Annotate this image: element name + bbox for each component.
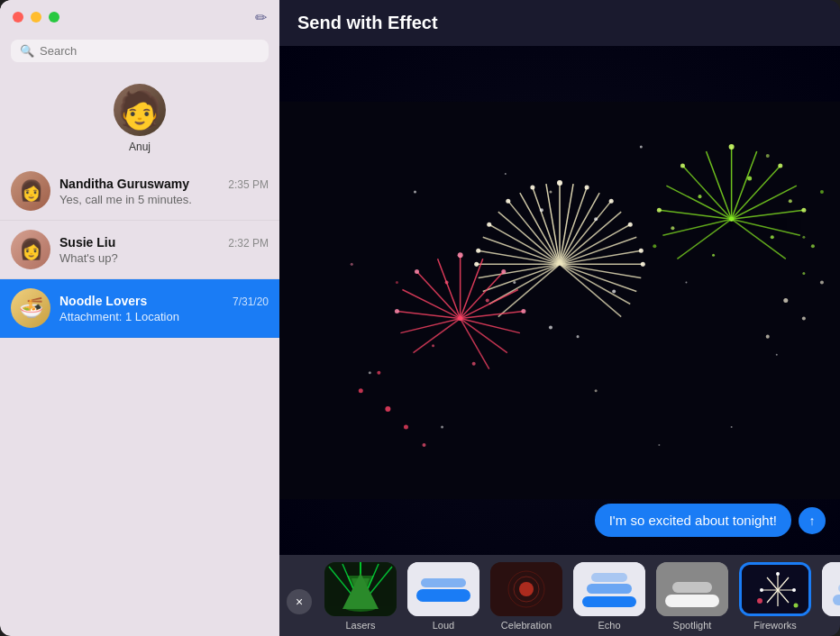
svg-point-119: [802, 317, 806, 321]
conversation-time: 2:32 PM: [228, 237, 269, 250]
avatar: 👩: [11, 171, 50, 211]
svg-point-112: [549, 191, 552, 194]
svg-point-39: [540, 208, 543, 212]
effect-label-loud: Loud: [433, 620, 454, 631]
effect-thumb-spotlight: [656, 562, 728, 616]
minimize-button[interactable]: [31, 12, 41, 23]
svg-rect-0: [279, 102, 840, 499]
compose-button[interactable]: ✏: [255, 9, 267, 26]
svg-point-67: [432, 344, 434, 347]
conversation-item-active[interactable]: 🍜 Noodle Lovers 7/31/20 Attachment: 1 Lo…: [0, 279, 279, 338]
contact-list: 🧑 Anuj 👩 Nanditha Guruswamy 2:35 PM Yes,…: [0, 71, 279, 636]
svg-rect-141: [591, 573, 627, 582]
effect-thumb-loud: [407, 562, 479, 616]
svg-point-91: [712, 254, 715, 257]
avatar: 👩: [11, 230, 50, 269]
svg-point-156: [760, 588, 763, 592]
svg-point-117: [377, 371, 380, 375]
close-effects-button[interactable]: ×: [287, 589, 312, 614]
fireworks-svg: [279, 46, 840, 555]
svg-point-87: [657, 208, 662, 213]
svg-point-43: [549, 326, 552, 330]
svg-point-44: [577, 335, 580, 338]
svg-point-31: [628, 223, 633, 227]
svg-rect-140: [587, 584, 632, 594]
svg-point-103: [776, 354, 778, 356]
conversation-item[interactable]: 👩 Nanditha Guruswamy 2:35 PM Yes, call m…: [0, 162, 279, 221]
effect-item-loud[interactable]: Loud: [402, 562, 485, 631]
svg-point-29: [585, 186, 589, 190]
svg-point-109: [802, 236, 805, 239]
svg-point-60: [458, 252, 463, 258]
svg-point-35: [506, 199, 510, 204]
conversation-preview: What's up?: [59, 251, 269, 265]
effect-item-lasers[interactable]: Lasers: [319, 562, 402, 631]
svg-rect-143: [665, 595, 719, 607]
effect-label-spotlight: Spotlight: [673, 620, 712, 631]
svg-point-61: [501, 269, 506, 274]
search-input[interactable]: [40, 44, 260, 58]
send-button[interactable]: ↑: [799, 507, 826, 534]
svg-point-97: [653, 244, 656, 248]
svg-point-93: [671, 226, 674, 230]
svg-rect-132: [416, 589, 470, 602]
close-button[interactable]: [13, 12, 23, 23]
effect-thumb-fireworks: [739, 562, 811, 616]
svg-point-90: [771, 235, 774, 239]
conversation-item[interactable]: 👩 Susie Liu 2:32 PM What's up?: [0, 221, 279, 279]
svg-point-158: [794, 604, 799, 608]
svg-point-135: [519, 582, 534, 596]
conversation-time: 2:35 PM: [228, 178, 269, 191]
svg-point-118: [783, 298, 788, 303]
conversation-body: Susie Liu 2:32 PM What's up?: [59, 235, 269, 265]
svg-point-36: [487, 223, 491, 227]
svg-point-104: [441, 425, 443, 428]
svg-point-108: [351, 263, 353, 266]
search-icon: 🔍: [20, 44, 34, 58]
effect-thumb-echo: [573, 562, 645, 616]
svg-point-85: [801, 208, 806, 213]
svg-point-86: [680, 164, 685, 168]
svg-point-94: [811, 244, 815, 248]
svg-point-106: [595, 389, 598, 392]
svg-point-155: [792, 588, 796, 592]
effect-item-celebration[interactable]: Celebration: [485, 562, 568, 631]
effect-item-echo[interactable]: Echo: [568, 562, 651, 631]
svg-marker-123: [347, 576, 374, 607]
effect-item-gentle[interactable]: Gentle: [817, 562, 840, 631]
svg-point-32: [639, 249, 644, 253]
conversation-name: Nanditha Guruswamy: [59, 177, 189, 191]
fireworks-area: I'm so excited about tonight! ↑: [279, 46, 840, 555]
effect-label-echo: Echo: [598, 620, 620, 631]
message-bubble-area: I'm so excited about tonight! ↑: [595, 504, 826, 537]
svg-point-101: [685, 281, 687, 283]
svg-point-105: [731, 426, 733, 428]
svg-point-130: [344, 603, 377, 612]
conversation-body: Nanditha Guruswamy 2:35 PM Yes, call me …: [59, 177, 269, 206]
svg-marker-124: [352, 578, 370, 607]
svg-point-30: [609, 199, 614, 204]
effect-item-fireworks[interactable]: Fireworks: [734, 562, 817, 631]
svg-point-33: [641, 262, 645, 267]
svg-point-100: [640, 145, 643, 148]
svg-point-95: [820, 190, 824, 194]
svg-rect-144: [672, 582, 712, 593]
svg-point-111: [396, 281, 398, 284]
effect-thumb-gentle: [822, 562, 840, 616]
svg-point-40: [594, 217, 598, 221]
svg-point-68: [472, 362, 476, 366]
svg-point-42: [612, 289, 616, 293]
svg-point-83: [729, 144, 735, 150]
maximize-button[interactable]: [49, 12, 59, 23]
svg-rect-133: [421, 578, 466, 587]
svg-point-84: [778, 164, 782, 168]
conversation-body: Noodle Lovers 7/31/20 Attachment: 1 Loca…: [59, 294, 269, 323]
effect-item-spotlight[interactable]: Spotlight: [651, 562, 734, 631]
svg-point-28: [557, 180, 562, 186]
pinned-contact[interactable]: 🧑 Anuj: [0, 71, 279, 162]
svg-point-116: [359, 388, 363, 393]
svg-point-107: [658, 444, 660, 446]
sidebar: ✏ 🔍 🧑 Anuj 👩 Nanditha Guruswamy 2:35 PM: [0, 0, 279, 636]
conversation-time: 7/31/20: [233, 295, 269, 308]
conversation-preview: Attachment: 1 Location: [59, 310, 269, 323]
